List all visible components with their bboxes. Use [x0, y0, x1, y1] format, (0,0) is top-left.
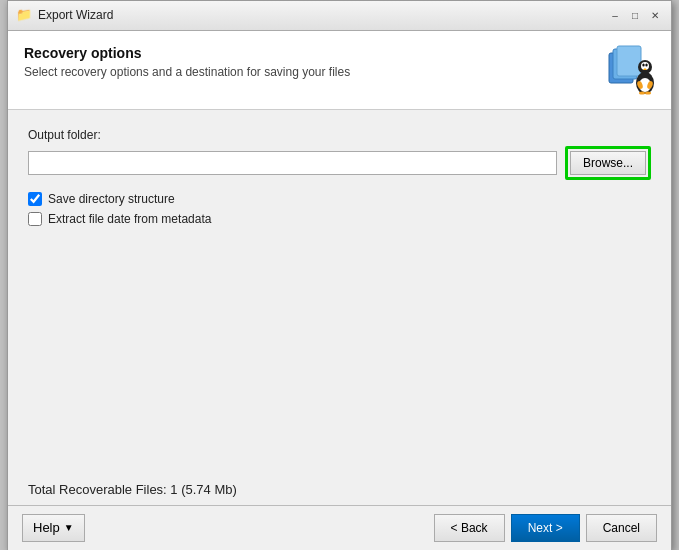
svg-point-13 — [645, 91, 651, 94]
bottom-bar: Help ▼ < Back Next > Cancel — [8, 505, 671, 550]
back-button[interactable]: < Back — [434, 514, 505, 542]
header-title: Recovery options — [24, 45, 591, 61]
next-button[interactable]: Next > — [511, 514, 580, 542]
cancel-button[interactable]: Cancel — [586, 514, 657, 542]
window-controls: – □ ✕ — [607, 7, 663, 23]
svg-point-7 — [642, 63, 644, 66]
help-button[interactable]: Help ▼ — [22, 514, 85, 542]
svg-point-12 — [639, 91, 645, 94]
export-wizard-window: 📁 Export Wizard – □ ✕ Recovery options S… — [7, 0, 672, 550]
wizard-header: Recovery options Select recovery options… — [8, 31, 671, 110]
header-subtitle: Select recovery options and a destinatio… — [24, 65, 591, 79]
svg-point-8 — [645, 63, 647, 66]
svg-rect-2 — [617, 46, 641, 76]
browse-btn-highlight: Browse... — [565, 146, 651, 180]
extract-date-label: Extract file date from metadata — [48, 212, 211, 226]
extract-date-checkbox[interactable] — [28, 212, 42, 226]
wizard-icon — [603, 45, 655, 97]
save-directory-label: Save directory structure — [48, 192, 175, 206]
window-icon: 📁 — [16, 7, 32, 23]
save-directory-checkbox[interactable] — [28, 192, 42, 206]
output-folder-row: Browse... — [28, 146, 651, 180]
minimize-button[interactable]: – — [607, 7, 623, 23]
output-folder-label: Output folder: — [28, 128, 651, 142]
output-folder-input[interactable] — [28, 151, 557, 175]
chevron-down-icon: ▼ — [64, 522, 74, 533]
window-title: Export Wizard — [38, 8, 601, 22]
browse-button[interactable]: Browse... — [570, 151, 646, 175]
extract-date-row: Extract file date from metadata — [28, 212, 651, 226]
header-text: Recovery options Select recovery options… — [24, 45, 591, 79]
title-bar: 📁 Export Wizard – □ ✕ — [8, 1, 671, 31]
maximize-button[interactable]: □ — [627, 7, 643, 23]
close-button[interactable]: ✕ — [647, 7, 663, 23]
total-files-text: Total Recoverable Files: 1 (5.74 Mb) — [28, 482, 237, 497]
save-directory-row: Save directory structure — [28, 192, 651, 206]
content-area: Output folder: Browse... Save directory … — [8, 110, 671, 470]
help-label: Help — [33, 520, 60, 535]
footer-info: Total Recoverable Files: 1 (5.74 Mb) — [8, 470, 671, 505]
